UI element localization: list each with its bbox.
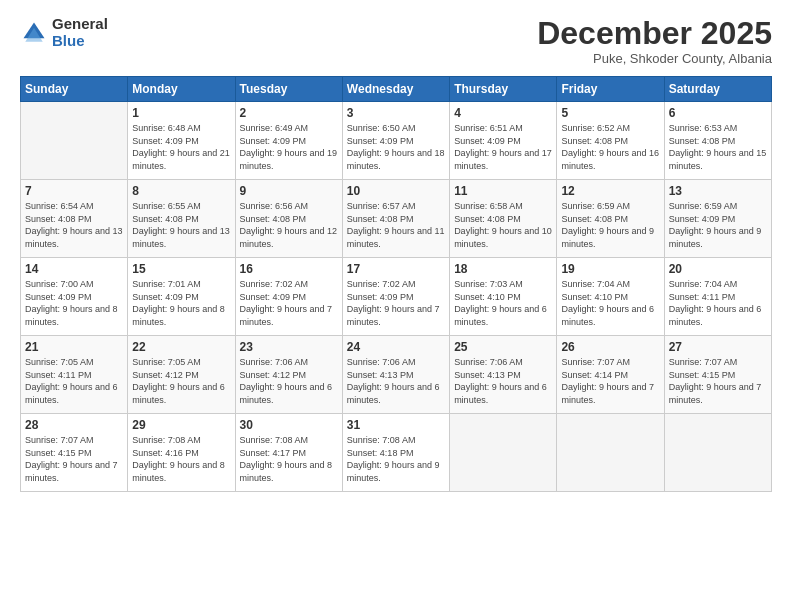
calendar-cell-w2-d2: 16Sunrise: 7:02 AMSunset: 4:09 PMDayligh… — [235, 258, 342, 336]
day-info: Sunrise: 7:02 AMSunset: 4:09 PMDaylight:… — [240, 278, 338, 328]
day-info: Sunrise: 6:55 AMSunset: 4:08 PMDaylight:… — [132, 200, 230, 250]
calendar-cell-w2-d4: 18Sunrise: 7:03 AMSunset: 4:10 PMDayligh… — [450, 258, 557, 336]
calendar-cell-w0-d6: 6Sunrise: 6:53 AMSunset: 4:08 PMDaylight… — [664, 102, 771, 180]
calendar-cell-w0-d1: 1Sunrise: 6:48 AMSunset: 4:09 PMDaylight… — [128, 102, 235, 180]
day-info: Sunrise: 6:54 AMSunset: 4:08 PMDaylight:… — [25, 200, 123, 250]
day-info: Sunrise: 7:08 AMSunset: 4:18 PMDaylight:… — [347, 434, 445, 484]
page: General Blue December 2025 Puke, Shkoder… — [0, 0, 792, 612]
calendar-cell-w3-d4: 25Sunrise: 7:06 AMSunset: 4:13 PMDayligh… — [450, 336, 557, 414]
subtitle: Puke, Shkoder County, Albania — [537, 51, 772, 66]
day-info: Sunrise: 7:00 AMSunset: 4:09 PMDaylight:… — [25, 278, 123, 328]
calendar-week-3: 21Sunrise: 7:05 AMSunset: 4:11 PMDayligh… — [21, 336, 772, 414]
logo: General Blue — [20, 16, 108, 49]
day-info: Sunrise: 6:51 AMSunset: 4:09 PMDaylight:… — [454, 122, 552, 172]
calendar-cell-w2-d1: 15Sunrise: 7:01 AMSunset: 4:09 PMDayligh… — [128, 258, 235, 336]
day-info: Sunrise: 6:53 AMSunset: 4:08 PMDaylight:… — [669, 122, 767, 172]
day-number: 10 — [347, 184, 445, 198]
day-number: 16 — [240, 262, 338, 276]
day-number: 30 — [240, 418, 338, 432]
logo-icon — [20, 19, 48, 47]
day-number: 13 — [669, 184, 767, 198]
weekday-header-thursday: Thursday — [450, 77, 557, 102]
calendar-cell-w1-d2: 9Sunrise: 6:56 AMSunset: 4:08 PMDaylight… — [235, 180, 342, 258]
calendar-cell-w3-d1: 22Sunrise: 7:05 AMSunset: 4:12 PMDayligh… — [128, 336, 235, 414]
day-info: Sunrise: 7:04 AMSunset: 4:10 PMDaylight:… — [561, 278, 659, 328]
calendar-cell-w3-d3: 24Sunrise: 7:06 AMSunset: 4:13 PMDayligh… — [342, 336, 449, 414]
weekday-header-row: SundayMondayTuesdayWednesdayThursdayFrid… — [21, 77, 772, 102]
weekday-header-tuesday: Tuesday — [235, 77, 342, 102]
calendar-cell-w4-d1: 29Sunrise: 7:08 AMSunset: 4:16 PMDayligh… — [128, 414, 235, 492]
weekday-header-sunday: Sunday — [21, 77, 128, 102]
day-number: 5 — [561, 106, 659, 120]
month-title: December 2025 — [537, 16, 772, 51]
day-info: Sunrise: 6:59 AMSunset: 4:09 PMDaylight:… — [669, 200, 767, 250]
calendar-cell-w4-d6 — [664, 414, 771, 492]
day-number: 19 — [561, 262, 659, 276]
calendar-cell-w4-d4 — [450, 414, 557, 492]
day-number: 20 — [669, 262, 767, 276]
day-number: 31 — [347, 418, 445, 432]
calendar-cell-w2-d3: 17Sunrise: 7:02 AMSunset: 4:09 PMDayligh… — [342, 258, 449, 336]
header: General Blue December 2025 Puke, Shkoder… — [20, 16, 772, 66]
calendar-cell-w0-d0 — [21, 102, 128, 180]
logo-text: General Blue — [52, 16, 108, 49]
day-number: 18 — [454, 262, 552, 276]
logo-blue: Blue — [52, 33, 108, 50]
calendar-cell-w1-d6: 13Sunrise: 6:59 AMSunset: 4:09 PMDayligh… — [664, 180, 771, 258]
weekday-header-wednesday: Wednesday — [342, 77, 449, 102]
calendar-table: SundayMondayTuesdayWednesdayThursdayFrid… — [20, 76, 772, 492]
day-number: 21 — [25, 340, 123, 354]
day-info: Sunrise: 7:07 AMSunset: 4:14 PMDaylight:… — [561, 356, 659, 406]
day-number: 25 — [454, 340, 552, 354]
calendar-cell-w1-d1: 8Sunrise: 6:55 AMSunset: 4:08 PMDaylight… — [128, 180, 235, 258]
calendar-cell-w1-d0: 7Sunrise: 6:54 AMSunset: 4:08 PMDaylight… — [21, 180, 128, 258]
calendar-cell-w0-d2: 2Sunrise: 6:49 AMSunset: 4:09 PMDaylight… — [235, 102, 342, 180]
day-number: 6 — [669, 106, 767, 120]
calendar-cell-w2-d5: 19Sunrise: 7:04 AMSunset: 4:10 PMDayligh… — [557, 258, 664, 336]
day-info: Sunrise: 7:04 AMSunset: 4:11 PMDaylight:… — [669, 278, 767, 328]
calendar-cell-w0-d5: 5Sunrise: 6:52 AMSunset: 4:08 PMDaylight… — [557, 102, 664, 180]
calendar-week-1: 7Sunrise: 6:54 AMSunset: 4:08 PMDaylight… — [21, 180, 772, 258]
weekday-header-saturday: Saturday — [664, 77, 771, 102]
calendar-week-4: 28Sunrise: 7:07 AMSunset: 4:15 PMDayligh… — [21, 414, 772, 492]
day-info: Sunrise: 7:06 AMSunset: 4:13 PMDaylight:… — [454, 356, 552, 406]
calendar-cell-w2-d0: 14Sunrise: 7:00 AMSunset: 4:09 PMDayligh… — [21, 258, 128, 336]
calendar-cell-w1-d3: 10Sunrise: 6:57 AMSunset: 4:08 PMDayligh… — [342, 180, 449, 258]
calendar-cell-w0-d4: 4Sunrise: 6:51 AMSunset: 4:09 PMDaylight… — [450, 102, 557, 180]
calendar-cell-w4-d2: 30Sunrise: 7:08 AMSunset: 4:17 PMDayligh… — [235, 414, 342, 492]
day-number: 11 — [454, 184, 552, 198]
day-number: 9 — [240, 184, 338, 198]
day-number: 1 — [132, 106, 230, 120]
day-info: Sunrise: 6:50 AMSunset: 4:09 PMDaylight:… — [347, 122, 445, 172]
day-info: Sunrise: 6:58 AMSunset: 4:08 PMDaylight:… — [454, 200, 552, 250]
day-info: Sunrise: 7:02 AMSunset: 4:09 PMDaylight:… — [347, 278, 445, 328]
day-info: Sunrise: 6:52 AMSunset: 4:08 PMDaylight:… — [561, 122, 659, 172]
day-number: 28 — [25, 418, 123, 432]
day-number: 23 — [240, 340, 338, 354]
day-info: Sunrise: 6:57 AMSunset: 4:08 PMDaylight:… — [347, 200, 445, 250]
day-number: 15 — [132, 262, 230, 276]
calendar-cell-w4-d0: 28Sunrise: 7:07 AMSunset: 4:15 PMDayligh… — [21, 414, 128, 492]
calendar-week-2: 14Sunrise: 7:00 AMSunset: 4:09 PMDayligh… — [21, 258, 772, 336]
day-info: Sunrise: 7:05 AMSunset: 4:11 PMDaylight:… — [25, 356, 123, 406]
day-number: 17 — [347, 262, 445, 276]
day-info: Sunrise: 7:01 AMSunset: 4:09 PMDaylight:… — [132, 278, 230, 328]
day-info: Sunrise: 6:56 AMSunset: 4:08 PMDaylight:… — [240, 200, 338, 250]
calendar-cell-w3-d2: 23Sunrise: 7:06 AMSunset: 4:12 PMDayligh… — [235, 336, 342, 414]
calendar-week-0: 1Sunrise: 6:48 AMSunset: 4:09 PMDaylight… — [21, 102, 772, 180]
calendar-cell-w3-d6: 27Sunrise: 7:07 AMSunset: 4:15 PMDayligh… — [664, 336, 771, 414]
day-info: Sunrise: 7:08 AMSunset: 4:17 PMDaylight:… — [240, 434, 338, 484]
calendar-cell-w4-d3: 31Sunrise: 7:08 AMSunset: 4:18 PMDayligh… — [342, 414, 449, 492]
day-number: 24 — [347, 340, 445, 354]
calendar-cell-w2-d6: 20Sunrise: 7:04 AMSunset: 4:11 PMDayligh… — [664, 258, 771, 336]
day-number: 27 — [669, 340, 767, 354]
day-number: 3 — [347, 106, 445, 120]
day-number: 14 — [25, 262, 123, 276]
weekday-header-monday: Monday — [128, 77, 235, 102]
day-info: Sunrise: 7:06 AMSunset: 4:13 PMDaylight:… — [347, 356, 445, 406]
day-number: 8 — [132, 184, 230, 198]
day-info: Sunrise: 6:49 AMSunset: 4:09 PMDaylight:… — [240, 122, 338, 172]
title-block: December 2025 Puke, Shkoder County, Alba… — [537, 16, 772, 66]
day-info: Sunrise: 7:07 AMSunset: 4:15 PMDaylight:… — [669, 356, 767, 406]
day-info: Sunrise: 7:07 AMSunset: 4:15 PMDaylight:… — [25, 434, 123, 484]
